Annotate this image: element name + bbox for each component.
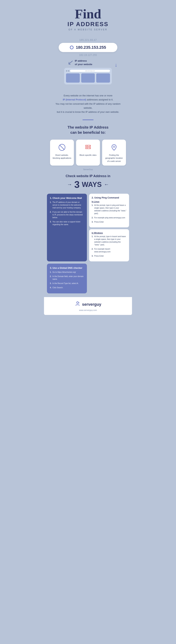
step2-linux-list: At the prompt, type in ping and leave a …	[92, 204, 126, 223]
ip-pill: 180.235.153.255	[59, 43, 117, 52]
browser-url-bar: www.serverguy.com	[70, 70, 110, 72]
svg-point-5	[89, 148, 90, 148]
card-block-text: Block specific sites	[80, 154, 96, 157]
step2-header-card: 2. Using Ping Command In Linux At the pr…	[89, 194, 129, 227]
browser-box-2	[81, 74, 95, 82]
browser-bar: www.serverguy.com	[66, 70, 110, 72]
find-title: Find	[68, 7, 108, 20]
desc-highlight: IP (Internal Protocol)	[63, 98, 86, 101]
step3-item3: In the Record Type list, select A.	[50, 282, 84, 285]
step3-card: 3. Use a Global DNS checker Go to https:…	[47, 264, 87, 294]
step2-linux-item3: Press Enter	[92, 220, 126, 223]
card-divert-text: Divert website-blocking applications	[52, 154, 72, 160]
curved-arrow-icon: ↙	[67, 57, 74, 67]
ip-address-title: IP ADDRESS	[68, 20, 108, 28]
desc-line1: Every website on the internet has one or…	[64, 94, 112, 97]
desc-line3: You may not be concerned with the IP add…	[56, 102, 121, 109]
card-divert: Divert website-blocking applications	[50, 140, 74, 166]
step3-item1: Go to https://dnschecker.org/	[50, 271, 84, 274]
desc-line2: addresses assigned to it.	[87, 98, 113, 101]
description-section: Every website on the internet has one or…	[44, 90, 132, 118]
header-section: Find IP ADDRESS OF A WEBSITE SERVER	[64, 0, 112, 34]
infographic: Find IP ADDRESS OF A WEBSITE SERVER 185.…	[44, 0, 132, 315]
ways-big: → 3 WAYS ←	[67, 179, 109, 190]
browser-box-1	[66, 74, 80, 82]
desc-line4: but it is crucial to know the IP address…	[57, 110, 119, 113]
step2-windows-card: In Windows At the prompt, type in tracer…	[89, 229, 129, 262]
footer-url: www.serverguy.com	[79, 309, 97, 311]
footer: serverguy www.serverguy.com	[44, 297, 132, 315]
server-icon	[84, 143, 92, 152]
step2-title: 2. Using Ping Command	[92, 196, 126, 199]
svg-point-4	[89, 146, 90, 146]
step1-number: 1. Check your Welcome Mail	[50, 197, 84, 200]
ip-bottom: 182.19.127.255	[79, 54, 97, 56]
step2-windows-list: At the prompt, type in tracert and leave…	[92, 235, 126, 257]
browser-content	[66, 74, 110, 82]
serverguy-logo-icon	[75, 301, 81, 308]
step2-linux-title: In Linux	[92, 200, 126, 203]
step2-windows-item3: Press Enter	[92, 254, 126, 257]
step1-card: 1. Check your Welcome Mail The IP addres…	[47, 194, 87, 262]
card-block: Block specific sites	[76, 140, 100, 166]
steps-grid: 1. Check your Welcome Mail The IP addres…	[44, 194, 132, 297]
browser-box-3	[96, 74, 110, 82]
attribution: ServerGuy	[83, 168, 93, 170]
benefits-title: The website IP Addresscan be beneficial …	[62, 122, 114, 136]
browser-dot-2	[68, 70, 69, 72]
svg-point-8	[113, 146, 115, 148]
arrow-right-icon: →	[67, 182, 72, 188]
svg-line-1	[60, 145, 64, 150]
location-icon	[110, 143, 118, 152]
step1-list: The IP address of your domain or server …	[50, 201, 84, 226]
ip-main: 180.235.153.255	[76, 45, 106, 50]
ways-word: WAYS	[82, 181, 101, 188]
down-arrow-icon: ↓	[115, 62, 117, 68]
step3-number: 3. Use a Global DNS checker	[50, 266, 84, 269]
step1-item2: If you are not able to find the domain t…	[50, 210, 84, 219]
ip-top: 185.221.69.47	[79, 38, 97, 42]
step2-windows-item1: At the prompt, type in tracert and leave…	[92, 235, 126, 246]
footer-brand: serverguy	[82, 302, 101, 307]
arrow-left-icon: ←	[104, 182, 109, 188]
step2-column: 2. Using Ping Command In Linux At the pr…	[89, 194, 129, 262]
ways-title: Check website IP Address in	[66, 174, 110, 178]
browser-mockup: www.serverguy.com	[64, 68, 112, 84]
step3-item2: In the Domain field, enter your domain n…	[50, 275, 84, 280]
ip-section: 185.221.69.47 180.235.153.255 182.19.127…	[44, 34, 132, 90]
footer-logo: serverguy	[75, 301, 101, 308]
step2-linux-item1: At the prompt, type in ping and leave a …	[92, 204, 126, 215]
block-icon	[58, 143, 66, 152]
cards-row: Divert website-blocking applications Blo…	[46, 136, 130, 168]
ip-label: IP address of your website	[75, 59, 92, 66]
card-geo-text: Finding the geographic location of a web…	[104, 154, 124, 163]
step2-windows-title: In Windows	[92, 232, 126, 234]
svg-point-9	[77, 302, 79, 304]
card-geo: Finding the geographic location of a web…	[102, 140, 126, 166]
browser-url-text: www.serverguy.com	[85, 70, 95, 71]
step3-list: Go to https://dnschecker.org/ In the Dom…	[50, 271, 84, 289]
divider	[83, 120, 93, 120]
step2-windows-item2: For example tracert www.serverguy.com	[92, 248, 126, 253]
ways-number: 3	[74, 179, 80, 190]
header-subtitle: OF A WEBSITE SERVER	[68, 28, 108, 31]
arrow-label: ↙ IP address of your website ↓	[51, 58, 125, 66]
circle-icon	[70, 46, 74, 49]
step3-title: Use a Global DNS checker	[52, 266, 82, 269]
step3-item4: Click Search.	[50, 286, 84, 289]
step2-linux-item2: For example ping www.serverguy.com	[92, 216, 126, 219]
step1-item1: The IP address of your domain or server …	[50, 201, 84, 209]
browser-dot-1	[66, 70, 67, 72]
step1-item3: You can also raise a support ticket rega…	[50, 220, 84, 226]
step1-title: Check your Welcome Mail	[52, 197, 82, 200]
